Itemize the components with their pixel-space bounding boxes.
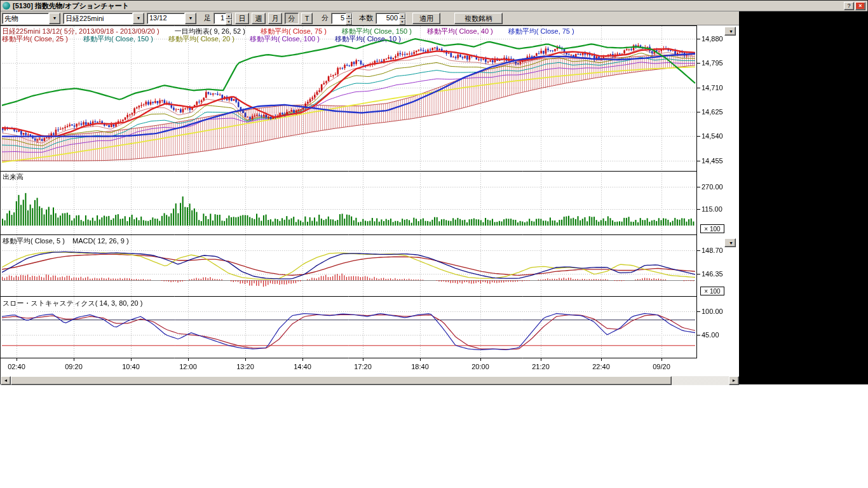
- chevron-down-icon[interactable]: ▼: [133, 13, 144, 24]
- minute-spinner[interactable]: ▲▼: [346, 13, 352, 24]
- x-tick-10: 22:40: [592, 363, 610, 370]
- x-tick-7: 18:40: [411, 363, 429, 370]
- scroll-left-icon[interactable]: ◄: [1, 376, 11, 385]
- y-tick-main-2: 14,710: [702, 84, 723, 92]
- x-tick-8: 20:00: [471, 363, 489, 370]
- category-select[interactable]: 先物 ▼: [2, 13, 60, 24]
- spin-down-icon[interactable]: ▼: [346, 19, 352, 25]
- apply-button[interactable]: 適用: [412, 13, 440, 24]
- titlebar-buttons: ? ×: [844, 2, 865, 10]
- x-tick-1: 09:20: [65, 363, 83, 370]
- period-month-button[interactable]: 月: [268, 13, 282, 24]
- spin-down-icon[interactable]: ▼: [226, 19, 232, 25]
- window-title: [5130] 指数先物/オプションチャート: [13, 1, 129, 11]
- bars-spinner[interactable]: ▲▼: [399, 13, 405, 24]
- app-window: [5130] 指数先物/オプションチャート ? × 先物 ▼ 日経225mini…: [0, 0, 868, 384]
- bars-input[interactable]: 500 ▲▼: [376, 13, 406, 24]
- y-tick-main-3: 14,625: [702, 108, 723, 116]
- spin-up-icon[interactable]: ▲: [346, 13, 352, 19]
- y-tick-volume-0: 270.00: [702, 183, 723, 191]
- chevron-down-icon[interactable]: ▼: [49, 13, 60, 24]
- symbol-value: 日経225mini: [63, 13, 133, 24]
- scrollbar-thumb[interactable]: [11, 376, 672, 385]
- bars-value: 500: [376, 13, 399, 24]
- y-tick-macd-0: 148.70: [702, 247, 723, 254]
- x-tick-0: 02:40: [8, 363, 25, 370]
- category-value: 先物: [2, 13, 49, 24]
- chevron-down-icon[interactable]: ▼: [185, 13, 196, 24]
- symbol-select[interactable]: 日経225mini ▼: [63, 13, 144, 24]
- minute-input[interactable]: 5 ▲▼: [331, 13, 353, 24]
- spin-up-icon[interactable]: ▲: [399, 13, 405, 19]
- spin-up-icon[interactable]: ▲: [226, 13, 232, 19]
- contract-value: 13/12: [147, 13, 185, 24]
- help-button[interactable]: ?: [844, 2, 854, 10]
- app-icon: [3, 2, 10, 10]
- horizontal-scrollbar[interactable]: ◄ ►: [1, 376, 739, 385]
- scroll-right-icon[interactable]: ►: [729, 376, 739, 385]
- spin-down-icon[interactable]: ▼: [399, 19, 405, 25]
- main-panel-scroll-button[interactable]: ▼: [724, 27, 736, 36]
- y-tick-main-1: 14,795: [702, 59, 723, 67]
- titlebar: [5130] 指数先物/オプションチャート ? ×: [1, 1, 867, 11]
- bars-label: 本数: [359, 13, 373, 23]
- macd-panel-scroll-button[interactable]: ▼: [724, 238, 736, 247]
- ashi-label: 足: [204, 13, 211, 23]
- minute-value: 5: [332, 13, 346, 24]
- x-tick-3: 12:00: [179, 363, 197, 370]
- period-tick-button[interactable]: T: [301, 13, 313, 24]
- y-tick-main-4: 14,540: [702, 132, 723, 140]
- period-week-button[interactable]: 週: [252, 13, 266, 24]
- multi-symbol-button[interactable]: 複数銘柄: [454, 13, 503, 24]
- macd-multiplier-badge: × 100: [700, 287, 724, 295]
- x-tick-2: 10:40: [122, 363, 140, 370]
- chart-region: 日経225mini 13/12( 5分, 2013/09/18 - 2013/0…: [1, 25, 739, 385]
- y-tick-main-0: 14,880: [702, 35, 723, 43]
- interval-spinner[interactable]: ▲▼: [226, 13, 232, 24]
- volume-multiplier-badge: × 100: [700, 224, 724, 233]
- y-tick-stoch-1: 45.00: [702, 331, 719, 339]
- x-tick-5: 14:40: [294, 363, 311, 370]
- y-tick-stoch-0: 100.00: [702, 308, 723, 315]
- right-void: [739, 11, 868, 384]
- interval-input[interactable]: 1 ▲▼: [214, 13, 233, 24]
- interval-value: 1: [214, 13, 226, 24]
- close-button[interactable]: ×: [855, 2, 865, 10]
- y-tick-volume-1: 115.00: [702, 205, 722, 213]
- x-tick-6: 17:20: [354, 363, 372, 370]
- y-tick-main-5: 14,455: [702, 157, 723, 165]
- x-tick-4: 13:20: [236, 363, 254, 370]
- y-tick-macd-1: 146.35: [702, 270, 723, 278]
- toolbar: 先物 ▼ 日経225mini ▼ 13/12 ▼ 足 1 ▲▼ 日 週 月 分 …: [1, 11, 739, 25]
- contract-select[interactable]: 13/12 ▼: [147, 13, 196, 24]
- period-minute-button[interactable]: 分: [285, 13, 299, 24]
- period-day-button[interactable]: 日: [235, 13, 249, 24]
- x-tick-9: 21:20: [532, 363, 550, 370]
- x-tick-11: 09/20: [653, 363, 670, 370]
- chart-canvas[interactable]: [1, 25, 702, 385]
- minute-label: 分: [322, 13, 329, 23]
